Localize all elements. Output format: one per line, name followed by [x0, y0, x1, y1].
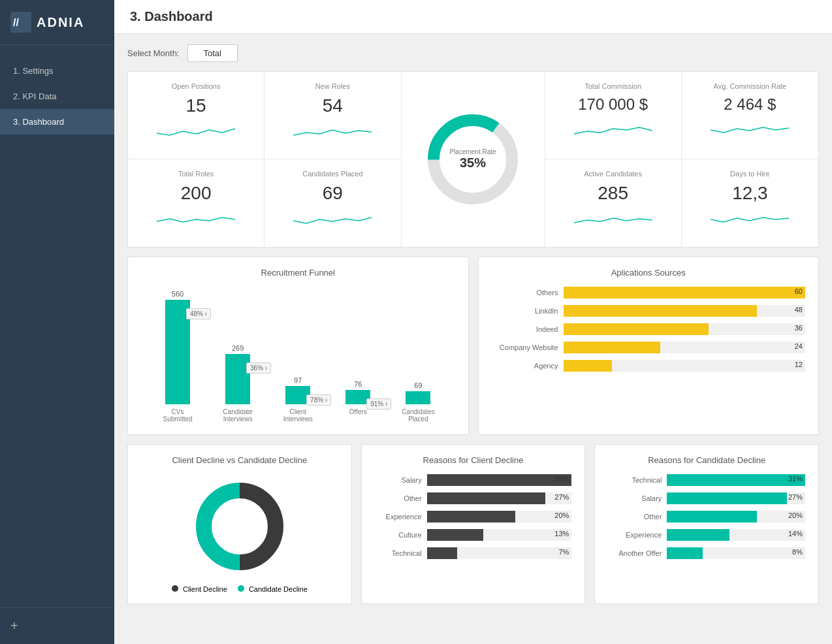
client-decline-row-salary: Salary 33%	[375, 474, 572, 486]
kpi-days-to-hire: Days to Hire 12,3	[682, 159, 818, 247]
active-candidates-label: Active Candidates	[558, 170, 668, 178]
svg-text:50%: 50%	[216, 522, 231, 531]
client-decline-card: Reasons for Client Decline Salary 33% Ot…	[361, 444, 586, 604]
appsources-label-agency: Agency	[492, 362, 564, 370]
funnel-arrow-1: 48% ›	[186, 308, 211, 319]
funnel-col-2: 269 36% ›	[225, 344, 250, 404]
month-total-button[interactable]: Total	[187, 44, 238, 62]
appsources-row-indeed: Indeed 36	[492, 323, 806, 335]
logo-text: ADNIA	[37, 15, 84, 30]
client-decline-chart: Salary 33% Other 27% E	[375, 474, 572, 559]
client-decline-track-experience: 20%	[427, 511, 572, 523]
appsources-val-others: 60	[795, 287, 803, 295]
candidate-decline-row-experience: Experience 14%	[608, 529, 805, 541]
candidate-decline-label-other: Other	[608, 513, 667, 521]
active-candidates-value: 285	[558, 183, 668, 204]
placement-rate-donut: Placement Rate 35%	[402, 72, 545, 247]
candidate-decline-track-technical: 31%	[667, 474, 805, 486]
client-decline-track-salary: 33%	[427, 474, 572, 486]
decline-comparison-card: Client Decline vs Candidate Decline 50% …	[127, 444, 352, 604]
candidate-decline-label-another-offer: Another Offer	[608, 549, 667, 557]
client-decline-track-other: 27%	[427, 492, 572, 504]
funnel-bar-5	[406, 391, 430, 404]
bottom-row: Client Decline vs Candidate Decline 50% …	[127, 444, 819, 604]
funnel-label-3: Client Interviews	[278, 408, 317, 423]
decline-donut-container: 50% 50%	[187, 474, 292, 579]
main-content: 3. Dashboard Select Month: Total Open Po…	[114, 0, 832, 644]
appsources-row-agency: Agency 12	[492, 360, 806, 372]
candidate-decline-bar-another-offer	[667, 547, 703, 559]
decline-comparison-title: Client Decline vs Candidate Decline	[141, 455, 338, 465]
sidebar-item-dashboard[interactable]: 3. Dashboard	[0, 109, 114, 135]
open-positions-value: 15	[141, 95, 251, 116]
recruitment-funnel-card: Recruitment Funnel 560 48% › 269	[127, 257, 469, 435]
client-decline-val-technical: 7%	[558, 548, 569, 556]
candidate-decline-label-technical: Technical	[608, 476, 667, 484]
appsources-val-agency: 12	[795, 361, 803, 368]
funnel-col-1: 560 48% ›	[165, 290, 190, 404]
logo-icon: //	[10, 12, 31, 33]
month-selector-label: Select Month:	[127, 48, 180, 58]
client-decline-bar-other	[427, 492, 546, 504]
funnel-val-5: 69	[414, 381, 422, 389]
sidebar-item-settings[interactable]: 1. Settings	[0, 58, 114, 84]
funnel-labels: CVs Submitted Candidate Interviews Clien…	[141, 408, 455, 423]
funnel-val-1: 560	[172, 290, 184, 298]
total-commission-label: Total Commission	[558, 82, 668, 90]
appsources-track-others: 60	[564, 287, 806, 298]
kpi-total-commission: Total Commission 170 000 $	[545, 72, 682, 159]
appsources-row-company: Company Website 24	[492, 342, 806, 353]
appsources-label-company: Company Website	[492, 344, 564, 351]
days-to-hire-sparkline	[695, 209, 805, 229]
funnel-label-1: CVs Submitted	[158, 408, 197, 423]
kpi-total-roles: Total Roles 200	[128, 159, 264, 247]
client-decline-track-technical: 7%	[427, 547, 572, 559]
sidebar-item-kpi[interactable]: 2. KPI Data	[0, 84, 114, 109]
sidebar: // ADNIA 1. Settings 2. KPI Data 3. Dash…	[0, 0, 114, 644]
decline-legend: Client Decline Candidate Decline	[172, 585, 308, 593]
funnel-label-4: Offers	[338, 408, 377, 423]
client-decline-val-culture: 13%	[554, 530, 569, 538]
funnel-val-4: 76	[354, 380, 362, 388]
appsources-bar-company	[564, 342, 660, 353]
client-decline-label-experience: Experience	[375, 513, 427, 521]
application-sources-card: Aplications Sources Others 60 LinkdIn	[478, 257, 820, 435]
legend-dot-client	[172, 585, 178, 592]
appsources-bar-indeed	[564, 323, 709, 335]
candidate-decline-bar-other	[667, 511, 757, 523]
kpi-new-roles: New Roles 54	[264, 72, 401, 159]
avg-commission-label: Avg. Commission Rate	[695, 82, 805, 90]
appsources-title: Aplications Sources	[492, 268, 806, 278]
appsources-bar-agency	[564, 360, 612, 372]
kpi-active-candidates: Active Candidates 285	[545, 159, 682, 247]
total-roles-label: Total Roles	[141, 170, 251, 178]
legend-label-candidate: Candidate Decline	[249, 585, 308, 593]
candidate-decline-val-other: 20%	[788, 511, 803, 519]
client-decline-label-culture: Culture	[375, 531, 427, 539]
candidate-decline-track-salary: 27%	[667, 492, 805, 504]
total-commission-value: 170 000 $	[558, 95, 668, 114]
donut-container: Placement Rate 35%	[421, 107, 525, 212]
funnel-col-3: 97 78% ›	[285, 376, 310, 404]
open-positions-sparkline	[141, 121, 251, 141]
client-decline-val-other: 27%	[554, 493, 569, 501]
candidate-decline-bar-salary	[667, 492, 787, 504]
new-roles-value: 54	[278, 95, 387, 116]
appsources-track-indeed: 36	[564, 323, 806, 335]
candidate-decline-track-experience: 14%	[667, 529, 805, 541]
funnel-label-2: Candidate Interviews	[218, 408, 257, 423]
appsources-track-company: 24	[564, 342, 806, 353]
placement-rate-label: Placement Rate	[449, 148, 496, 155]
funnel-val-2: 269	[232, 344, 244, 352]
candidate-decline-row-another-offer: Another Offer 8%	[608, 547, 805, 559]
open-positions-label: Open Positions	[141, 82, 251, 90]
candidate-decline-val-another-offer: 8%	[792, 548, 803, 556]
add-button[interactable]: +	[10, 619, 104, 634]
new-roles-sparkline	[278, 121, 387, 141]
client-decline-label-other: Other	[375, 494, 427, 502]
client-decline-title: Reasons for Client Decline	[375, 455, 572, 465]
funnel-arrow-3: 78% ›	[306, 394, 331, 406]
client-decline-bar-experience	[427, 511, 515, 523]
candidates-placed-value: 69	[278, 183, 387, 204]
avg-commission-value: 2 464 $	[695, 95, 805, 114]
